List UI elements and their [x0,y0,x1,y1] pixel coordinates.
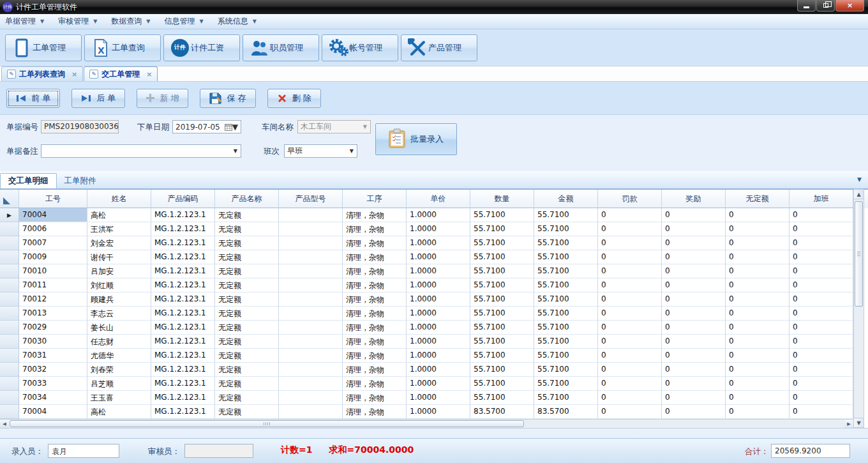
cell[interactable]: 70007 [19,236,87,250]
chevron-down-icon[interactable]: ▼ [857,176,862,183]
cell[interactable]: MG.1.2.123.1 [151,250,215,264]
cell[interactable]: 55.7100 [470,278,534,292]
cell[interactable]: 0 [598,264,662,278]
cell[interactable]: 55.7100 [534,349,598,363]
cell[interactable]: 高松 [87,405,151,419]
column-header-10[interactable]: 奖励 [662,190,726,208]
cell[interactable]: 0 [726,321,789,335]
cell[interactable]: 0 [789,307,853,321]
cell[interactable]: 0 [662,264,726,278]
cell[interactable]: 无定额 [215,236,279,250]
cell[interactable]: MG.1.2.123.1 [151,349,215,363]
cell[interactable]: 55.7100 [470,363,534,377]
cell[interactable]: 0 [598,278,662,292]
cell[interactable]: MG.1.2.123.1 [151,377,215,391]
column-header-6[interactable]: 单价 [407,190,470,208]
calendar-icon[interactable]: ▼ [225,123,238,132]
cell[interactable]: 王玉喜 [87,391,151,405]
cell[interactable]: 70032 [19,363,87,377]
cell[interactable]: 0 [789,236,853,250]
cell[interactable]: 55.7100 [470,250,534,264]
cell[interactable]: 清理，杂物 [343,292,407,307]
menu-item-documents[interactable]: 单据管理▼ [5,16,44,27]
cell[interactable]: 0 [726,307,789,321]
cell[interactable]: 0 [789,321,853,335]
cell[interactable]: 55.7100 [470,349,534,363]
column-header-5[interactable]: 工序 [343,190,407,208]
table-row[interactable]: 70010吕加安MG.1.2.123.1无定额清理，杂物1.000055.710… [0,264,868,278]
cell[interactable]: 0 [789,292,853,307]
cell[interactable]: 0 [598,236,662,250]
cell[interactable]: 0 [726,236,789,250]
subtab-order-attachment[interactable]: 工单附件 [57,173,104,188]
batch-entry-button[interactable]: 批量录入 [375,123,457,155]
cell[interactable]: 55.7100 [470,264,534,278]
cell[interactable]: 1.0000 [407,405,470,419]
cell[interactable]: 0 [662,349,726,363]
cell[interactable]: 55.7100 [534,292,598,307]
cell[interactable]: MG.1.2.123.1 [151,307,215,321]
total-field[interactable]: 20569.9200 [771,444,850,458]
cell[interactable]: 刘金宏 [87,236,151,250]
work-order-manage-button[interactable]: 工单管理 [5,34,82,61]
cell[interactable]: 0 [662,335,726,349]
cell[interactable]: 70010 [19,264,87,278]
cell[interactable]: 70029 [19,321,87,335]
minimize-button[interactable] [797,0,816,11]
cell[interactable]: 55.7100 [534,377,598,391]
subtab-delivery-detail[interactable]: 交工单明细 [0,173,57,188]
cell[interactable]: 0 [789,349,853,363]
cell[interactable]: 1.0000 [407,278,470,292]
cell[interactable]: 55.7100 [470,236,534,250]
cell[interactable]: 0 [598,405,662,419]
scroll-right-icon[interactable]: ▶ [844,420,853,428]
cell[interactable]: MG.1.2.123.1 [151,236,215,250]
cell[interactable]: 70031 [19,349,87,363]
cell[interactable]: 0 [726,363,789,377]
column-header-9[interactable]: 罚款 [598,190,662,208]
auditor-field[interactable] [184,444,253,458]
order-date-picker[interactable]: 2019-07-05 ▼ [172,120,241,133]
cell[interactable]: 1.0000 [407,335,470,349]
menu-item-info[interactable]: 信息管理▼ [164,16,203,27]
cell[interactable]: 0 [726,208,789,222]
table-row[interactable]: ▶70004高松MG.1.2.123.1无定额清理，杂物1.000055.710… [0,208,868,222]
row-selector[interactable] [0,335,19,349]
cell[interactable]: MG.1.2.123.1 [151,292,215,307]
table-row[interactable]: 70032刘春荣MG.1.2.123.1无定额清理，杂物1.000055.710… [0,363,868,377]
cell[interactable]: 无定额 [215,405,279,419]
cell[interactable] [279,391,343,405]
tab-delivery-order-manage[interactable]: ✎ 交工单管理 × [84,66,158,81]
table-row[interactable]: 70004高松MG.1.2.123.1无定额清理，杂物1.000083.5700… [0,405,868,419]
cell[interactable]: 清理，杂物 [343,208,407,222]
cell[interactable]: 顾建兵 [87,292,151,307]
cell[interactable] [279,321,343,335]
cell[interactable]: 0 [662,321,726,335]
cell[interactable]: 吕加安 [87,264,151,278]
cell[interactable]: MG.1.2.123.1 [151,405,215,419]
save-button[interactable]: 保 存 [200,89,255,108]
cell[interactable]: 0 [726,335,789,349]
cell[interactable]: 姜长山 [87,321,151,335]
cell[interactable]: MG.1.2.123.1 [151,363,215,377]
cell[interactable]: 70004 [19,405,87,419]
cell[interactable]: 高松 [87,208,151,222]
cell[interactable]: 无定额 [215,278,279,292]
cell[interactable]: 无定额 [215,377,279,391]
cell[interactable]: 0 [598,349,662,363]
product-manage-button[interactable]: 产品管理 [401,34,477,61]
cell[interactable]: MG.1.2.123.1 [151,321,215,335]
cell[interactable]: 1.0000 [407,222,470,236]
row-selector[interactable] [0,236,19,250]
scroll-up-icon[interactable]: ▲ [854,190,864,199]
cell[interactable] [279,363,343,377]
column-header-12[interactable]: 加班 [789,190,853,208]
cell[interactable]: 清理，杂物 [343,377,407,391]
cell[interactable]: 0 [598,292,662,307]
cell[interactable]: 55.7100 [534,363,598,377]
cell[interactable]: 0 [789,208,853,222]
cell[interactable]: 0 [726,250,789,264]
cell[interactable]: 55.7100 [470,222,534,236]
table-row[interactable]: 70011刘红顺MG.1.2.123.1无定额清理，杂物1.000055.710… [0,278,868,292]
cell[interactable]: 0 [726,264,789,278]
